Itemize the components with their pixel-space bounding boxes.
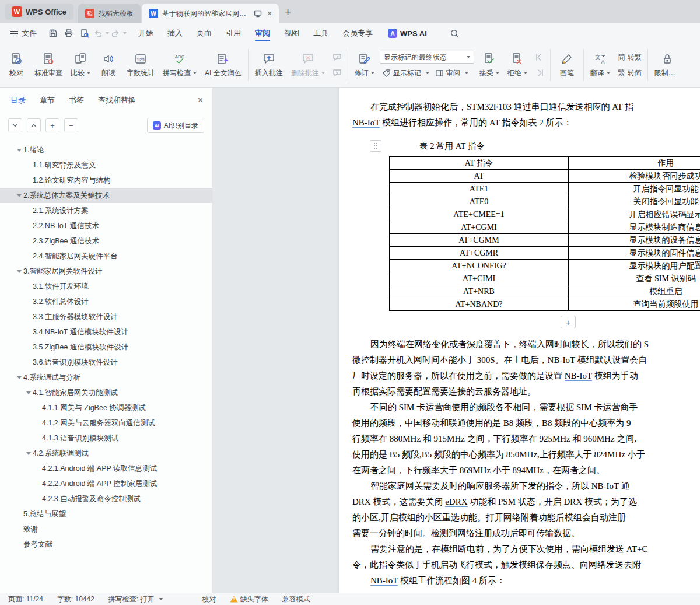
- outline-item[interactable]: 4.2.系统联调测试: [0, 446, 212, 461]
- wps-office-button[interactable]: W WPS Office: [5, 4, 74, 20]
- outline-item[interactable]: 2.1.系统设计方案: [0, 203, 212, 218]
- page-indicator[interactable]: 页面: 11/24: [8, 594, 43, 604]
- spellcheck-button[interactable]: ABC 拼写检查: [159, 50, 201, 81]
- outline-caret-icon[interactable]: [15, 149, 23, 152]
- expand-all-button[interactable]: +: [46, 118, 60, 132]
- ink-brush-button[interactable]: 画笔: [553, 50, 581, 81]
- menu-tab[interactable]: 工具: [306, 23, 335, 43]
- proofread-button[interactable]: 校对: [2, 50, 30, 81]
- file-menu-button[interactable]: 文件: [6, 28, 41, 39]
- insert-row-button[interactable]: +: [561, 316, 576, 328]
- outline-item[interactable]: 2.系统总体方案及关键技术: [0, 188, 212, 203]
- tab-close-button[interactable]: ×: [267, 9, 272, 18]
- word-count-indicator[interactable]: 字数: 10442: [57, 594, 94, 604]
- new-tab-button[interactable]: +: [285, 6, 291, 19]
- outline-item[interactable]: 5.总结与展望: [0, 506, 212, 522]
- sidebar-tab[interactable]: 查找和替换: [98, 95, 136, 106]
- redo-button[interactable]: [111, 26, 127, 40]
- accept-button[interactable]: 接受: [475, 50, 503, 81]
- undo-button[interactable]: [93, 26, 109, 40]
- outline-caret-icon[interactable]: [15, 270, 23, 273]
- outline-item[interactable]: 3.5.ZigBee 通信模块软件设计: [0, 340, 212, 355]
- reject-button[interactable]: 拒绝: [503, 50, 531, 81]
- menu-tab[interactable]: 会员专享: [335, 23, 380, 43]
- document-tab[interactable]: W 基于物联网的智能家居网关设... ×: [142, 4, 279, 23]
- writer-doc-icon: W: [149, 9, 158, 18]
- document-area[interactable]: 在完成控制器初始化后，STM32F103 通过串口通信发送相应的 AT 指NB-…: [213, 88, 700, 593]
- track-changes-button[interactable]: 修订: [351, 50, 379, 81]
- outline-item[interactable]: 4.2.3.自动报警及命令控制测试: [0, 491, 212, 506]
- restrict-edit-button[interactable]: 限制编辑: [650, 50, 684, 81]
- markup-state-select[interactable]: 显示标记的最终状态: [380, 51, 474, 64]
- outline-item[interactable]: 3.1.软件开发环境: [0, 279, 212, 294]
- table-drag-handle[interactable]: [370, 140, 382, 152]
- chevron-up-button[interactable]: [27, 118, 41, 132]
- sidebar-tab[interactable]: 目录: [10, 95, 26, 106]
- outline-item[interactable]: 3.3.主服务器模块软件设计: [0, 309, 212, 324]
- missing-font-warning[interactable]: !缺失字体: [230, 594, 268, 604]
- sidebar-close-button[interactable]: ×: [198, 95, 203, 106]
- outline-item[interactable]: 2.3.ZigBee 通信技术: [0, 233, 212, 249]
- outline-item[interactable]: 1.绪论: [0, 142, 212, 158]
- next-comment-button[interactable]: [330, 67, 344, 79]
- to-traditional-button[interactable]: 简转繁: [615, 51, 644, 64]
- sidebar-tab[interactable]: 章节: [40, 95, 55, 106]
- next-change-button[interactable]: [533, 67, 547, 79]
- outline-item[interactable]: 致谢: [0, 522, 212, 537]
- to-simplified-button[interactable]: 繁转简: [615, 67, 644, 79]
- ai-polish-button[interactable]: AI 全文润色: [201, 50, 246, 81]
- compare-button[interactable]: 比较: [66, 50, 94, 81]
- translate-button[interactable]: 文A 翻译: [586, 50, 614, 81]
- outline-item[interactable]: 4.1.智能家居网关功能测试: [0, 385, 212, 400]
- outline-item[interactable]: 4.2.2.Android 端 APP 控制家居测试: [0, 476, 212, 491]
- menu-tab[interactable]: 审阅: [248, 23, 277, 43]
- compat-mode-indicator[interactable]: 兼容模式: [282, 594, 310, 604]
- outline-caret-icon[interactable]: [24, 391, 33, 394]
- prev-comment-button[interactable]: [330, 51, 344, 64]
- menu-tab[interactable]: 页面: [190, 23, 219, 43]
- read-aloud-button[interactable]: 朗读: [94, 50, 123, 81]
- review-pane-button[interactable]: 审阅: [433, 67, 471, 79]
- ai-recognize-toc-button[interactable]: AI AI识别目录: [147, 118, 204, 133]
- outline-item[interactable]: 3.智能家居网关软件设计: [0, 264, 212, 279]
- delete-comment-button[interactable]: 删除批注: [287, 50, 329, 81]
- outline-item[interactable]: 参考文献: [0, 537, 212, 552]
- simplified-char-icon: 简: [618, 52, 625, 62]
- outline-item[interactable]: 4.2.1.Android 端 APP 读取信息测试: [0, 461, 212, 476]
- outline-caret-icon[interactable]: [24, 452, 33, 455]
- search-button[interactable]: [448, 26, 462, 40]
- show-markup-button[interactable]: 显示标记: [380, 67, 432, 79]
- print-preview-button[interactable]: [78, 26, 92, 40]
- insert-comment-button[interactable]: 插入批注: [251, 50, 287, 81]
- menu-tab[interactable]: 插入: [160, 23, 190, 43]
- menu-tab[interactable]: 视图: [277, 23, 306, 43]
- outline-item[interactable]: 3.4.NB-IoT 通信模块软件设计: [0, 324, 212, 340]
- outline-item[interactable]: 4.1.2.网关与云服务器双向通信测试: [0, 415, 212, 431]
- spellcheck-status[interactable]: 拼写检查: 打开: [108, 594, 163, 604]
- outline-item[interactable]: 4.系统调试与分析: [0, 370, 212, 385]
- document-page[interactable]: 在完成控制器初始化后，STM32F103 通过串口通信发送相应的 AT 指NB-…: [340, 88, 700, 593]
- standard-review-button[interactable]: 标准审查: [30, 50, 66, 81]
- outline-item[interactable]: 3.2.软件总体设计: [0, 294, 212, 309]
- outline-caret-icon[interactable]: [15, 194, 23, 197]
- outline-item[interactable]: 4.1.3.语音识别模块测试: [0, 431, 212, 446]
- outline-item[interactable]: 2.4.智能家居网关硬件平台: [0, 249, 212, 264]
- outline-item[interactable]: 3.6.语音识别模块软件设计: [0, 355, 212, 370]
- outline-item[interactable]: 4.1.1.网关与 ZigBee 协调器测试: [0, 400, 212, 415]
- menu-tab[interactable]: 开始: [131, 23, 160, 43]
- menu-tab[interactable]: 引用: [219, 23, 248, 43]
- template-tab[interactable]: 稻 找稻壳模板: [78, 4, 141, 23]
- proofread-status[interactable]: 校对: [202, 594, 216, 604]
- save-button[interactable]: [46, 26, 60, 40]
- outline-item[interactable]: 1.1.研究背景及意义: [0, 158, 212, 173]
- prev-change-button[interactable]: [533, 51, 547, 64]
- outline-item[interactable]: 1.2.论文研究内容与结构: [0, 173, 212, 188]
- collapse-all-button[interactable]: −: [64, 118, 78, 132]
- print-button[interactable]: [62, 26, 76, 40]
- outline-item[interactable]: 2.2.NB-IoT 通信技术: [0, 218, 212, 233]
- word-count-button[interactable]: 123 字数统计: [123, 50, 159, 81]
- sidebar-tab[interactable]: 书签: [69, 95, 84, 106]
- wps-ai-button[interactable]: A WPS AI: [388, 29, 427, 38]
- chevron-down-button[interactable]: [8, 118, 22, 132]
- outline-caret-icon[interactable]: [15, 376, 23, 379]
